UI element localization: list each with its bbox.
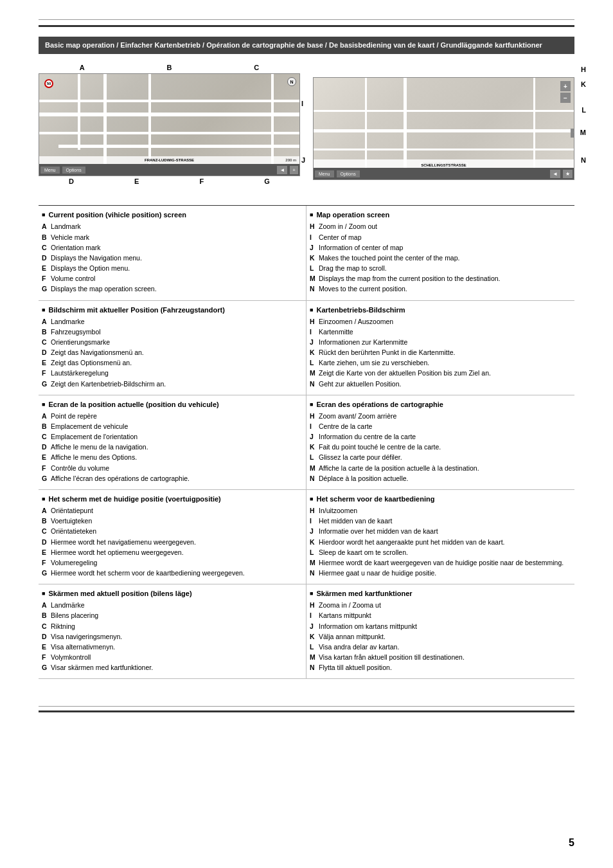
- right-map-container: H I J K L M N: [313, 64, 574, 195]
- item-row: IKartans mittpunkt: [310, 611, 571, 620]
- item-row: BBilens placering: [42, 611, 303, 620]
- item-letter-L: L: [310, 548, 319, 557]
- item-text: Fait du point touché le centre de la car…: [319, 442, 571, 451]
- section-title-map-operation-en: Map operation screen: [310, 211, 571, 219]
- item-letter-F: F: [42, 653, 51, 662]
- right-menu-button[interactable]: Menu: [315, 170, 334, 177]
- item-letter-H: H: [310, 222, 319, 231]
- left-menu-button[interactable]: Menu: [40, 167, 60, 174]
- right-options-button[interactable]: Options: [337, 170, 360, 177]
- map-letter-j-left: J: [301, 156, 305, 164]
- item-text: Karte ziehen, um sie zu verschieben.: [319, 358, 571, 367]
- zoom-out-button[interactable]: −: [560, 93, 571, 103]
- item-text: Déplace à la position actuelle.: [319, 474, 571, 483]
- item-row: NHiermee gaat u naar de huidige positie.: [310, 568, 571, 577]
- section-title-ecran-operations-fr: Ecran des opérations de cartographie: [310, 401, 571, 408]
- item-row: BVehicle mark: [42, 233, 303, 242]
- item-row: JInformationen zur Kartenmitte: [310, 338, 571, 347]
- item-text: Displays the Option menu.: [51, 264, 303, 273]
- map-letter-b-top: B: [167, 64, 172, 71]
- item-letter-L: L: [310, 453, 319, 462]
- section-skarmen-position-sv: Skärmen med aktuell position (bilens läg…: [39, 584, 306, 679]
- item-letter-M: M: [310, 558, 319, 567]
- item-row: LDrag the map to scroll.: [310, 264, 571, 273]
- item-text: Displays the map from the current positi…: [319, 274, 571, 283]
- item-letter-F: F: [42, 464, 51, 473]
- item-letter-B: B: [42, 611, 51, 620]
- item-text: Zeigt den Kartenbetrieb-Bildschirm an.: [51, 379, 303, 388]
- item-row: DZeigt das Navigationsmenü an.: [42, 348, 303, 357]
- item-row: BVoertuigteken: [42, 516, 303, 525]
- item-row: DVisa navigeringsmenyn.: [42, 632, 303, 641]
- arrow-down-button[interactable]: ▼: [571, 129, 574, 138]
- left-map-compass: N: [287, 77, 296, 86]
- item-letter-H: H: [310, 411, 319, 420]
- item-row: MAffiche la carte de la position actuell…: [310, 464, 571, 473]
- item-letter-N: N: [310, 379, 319, 388]
- item-text: Orientation mark: [51, 243, 303, 252]
- item-row: NFlytta till aktuell position.: [310, 663, 571, 672]
- item-row: BFahrzeugsymbol: [42, 327, 303, 336]
- left-map-container: A B C 50 FRANZ-LUDWIG-STRASSE 200: [39, 64, 300, 195]
- item-letter-I: I: [310, 327, 319, 336]
- item-text: Emplacement de vehicule: [51, 422, 303, 431]
- right-map-image: + − ▲ ▼ 09°56'41"E / 49°48'10"N: [313, 77, 574, 180]
- item-row: GVisar skärmen med kartfunktioner.: [42, 663, 303, 672]
- map-letter-k-right: K: [581, 80, 586, 88]
- item-row: ALandmark: [42, 222, 303, 231]
- item-row: LKarte ziehen, um sie zu verschieben.: [310, 358, 571, 367]
- right-map-street: SCHELLINGSTSTRASSE: [420, 163, 468, 168]
- item-text: Informatie over het midden van de kaart: [319, 527, 571, 536]
- item-row: ICentre de la carte: [310, 422, 571, 431]
- item-letter-F: F: [42, 274, 51, 283]
- item-letter-C: C: [42, 432, 51, 441]
- item-letter-N: N: [310, 568, 319, 577]
- item-letter-K: K: [310, 538, 319, 547]
- item-text: Geht zur aktuellen Position.: [319, 379, 571, 388]
- item-letter-D: D: [42, 538, 51, 547]
- item-text: Hiermee wordt het optiemenu weergegeven.: [51, 548, 303, 557]
- item-text: Einzoomen / Auszoomen: [319, 317, 571, 326]
- header-box: Basic map operation / Einfacher Kartenbe…: [39, 37, 574, 54]
- item-row: KRückt den berührten Punkt in die Karten…: [310, 348, 571, 357]
- item-text: Visa kartan från aktuell position till d…: [319, 653, 571, 662]
- item-text: Affiche le menu de la navigation.: [51, 442, 303, 451]
- item-letter-L: L: [310, 358, 319, 367]
- item-letter-E: E: [42, 642, 51, 651]
- item-letter-G: G: [42, 379, 51, 388]
- item-row: JInformation of center of map: [310, 243, 571, 252]
- item-row: LGlissez la carte pour défiler.: [310, 453, 571, 462]
- item-text: Zeigt die Karte von der aktuellen Positi…: [319, 368, 571, 377]
- item-letter-D: D: [42, 442, 51, 451]
- section-title-ecran-position-fr: Ecran de la position actuelle (position …: [42, 401, 303, 408]
- item-text: Hiermee wordt de kaart weergegeven van d…: [319, 558, 571, 567]
- item-text: Hiermee gaat u naar de huidige positie.: [319, 568, 571, 577]
- item-text: Hierdoor wordt het aangeraakte punt het …: [319, 538, 571, 547]
- item-letter-H: H: [310, 601, 319, 610]
- item-letter-D: D: [42, 348, 51, 357]
- item-letter-N: N: [310, 663, 319, 672]
- item-text: Kartenmitte: [319, 327, 571, 336]
- item-row: NMoves to the current position.: [310, 284, 571, 293]
- item-row: KMakes the touched point the center of t…: [310, 253, 571, 262]
- item-text: Glissez la carte pour défiler.: [319, 453, 571, 462]
- zoom-buttons[interactable]: + −: [560, 81, 571, 103]
- item-letter-I: I: [310, 233, 319, 242]
- section-title-scherm-positie-nl: Het scherm met de huidige positie (voert…: [42, 495, 303, 503]
- item-letter-M: M: [310, 274, 319, 283]
- left-options-button[interactable]: Options: [62, 167, 85, 174]
- item-letter-K: K: [310, 253, 319, 262]
- zoom-in-button[interactable]: +: [560, 81, 571, 91]
- section-title-skarmen-position-sv: Skärmen med aktuell position (bilens läg…: [42, 590, 303, 597]
- item-letter-J: J: [310, 622, 319, 631]
- item-row: IHet midden van de kaart: [310, 516, 571, 525]
- item-letter-M: M: [310, 368, 319, 377]
- item-row: HEinzoomen / Auszoomen: [310, 317, 571, 326]
- item-letter-A: A: [42, 222, 51, 231]
- item-row: DAffiche le menu de la navigation.: [42, 442, 303, 451]
- item-letter-K: K: [310, 632, 319, 641]
- sections-grid: Current position (vihicle position) scre…: [39, 205, 574, 679]
- section-scherm-kaart-nl: Het scherm voor de kaartbedieningHIn/uit…: [306, 490, 574, 584]
- item-text: Hiermee wordt het scherm voor de kaartbe…: [51, 568, 303, 577]
- item-row: KFait du point touché le centre de la ca…: [310, 442, 571, 451]
